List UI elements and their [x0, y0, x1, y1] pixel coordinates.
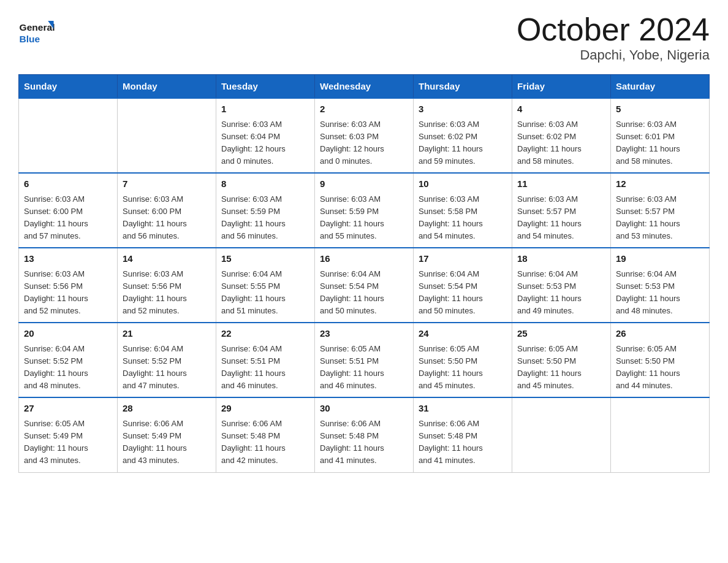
calendar-cell: 20Sunrise: 6:04 AMSunset: 5:52 PMDayligh… — [19, 323, 118, 397]
day-info: Sunrise: 6:04 AMSunset: 5:52 PMDaylight:… — [24, 343, 112, 393]
calendar-cell: 8Sunrise: 6:03 AMSunset: 5:59 PMDaylight… — [216, 173, 315, 248]
column-header-wednesday: Wednesday — [315, 75, 414, 99]
day-info: Sunrise: 6:03 AMSunset: 5:56 PMDaylight:… — [24, 268, 112, 318]
page-title: October 2024 — [517, 12, 710, 47]
calendar-cell: 12Sunrise: 6:03 AMSunset: 5:57 PMDayligh… — [611, 173, 710, 248]
day-info: Sunrise: 6:03 AMSunset: 5:59 PMDaylight:… — [320, 193, 408, 243]
calendar-cell: 13Sunrise: 6:03 AMSunset: 5:56 PMDayligh… — [19, 248, 118, 323]
day-number: 20 — [24, 327, 112, 341]
calendar-cell: 31Sunrise: 6:06 AMSunset: 5:48 PMDayligh… — [414, 397, 512, 472]
day-info: Sunrise: 6:03 AMSunset: 5:57 PMDaylight:… — [517, 193, 605, 243]
day-info: Sunrise: 6:03 AMSunset: 6:03 PMDaylight:… — [320, 118, 408, 168]
day-number: 13 — [24, 252, 112, 266]
day-number: 30 — [320, 402, 408, 416]
calendar-cell: 30Sunrise: 6:06 AMSunset: 5:48 PMDayligh… — [315, 397, 414, 472]
day-info: Sunrise: 6:03 AMSunset: 6:01 PMDaylight:… — [616, 118, 704, 168]
day-number: 19 — [616, 252, 704, 266]
day-number: 3 — [419, 102, 507, 117]
day-info: Sunrise: 6:03 AMSunset: 5:57 PMDaylight:… — [616, 193, 704, 243]
title-block: October 2024 Dapchi, Yobe, Nigeria — [517, 12, 710, 63]
day-info: Sunrise: 6:03 AMSunset: 6:00 PMDaylight:… — [24, 193, 112, 243]
day-info: Sunrise: 6:05 AMSunset: 5:51 PMDaylight:… — [320, 343, 408, 393]
day-number: 15 — [221, 252, 309, 266]
column-header-sunday: Sunday — [19, 75, 118, 99]
svg-text:Blue: Blue — [20, 34, 40, 44]
day-info: Sunrise: 6:06 AMSunset: 5:49 PMDaylight:… — [123, 418, 211, 467]
day-info: Sunrise: 6:03 AMSunset: 6:02 PMDaylight:… — [517, 118, 605, 168]
day-info: Sunrise: 6:03 AMSunset: 6:02 PMDaylight:… — [419, 118, 507, 168]
day-info: Sunrise: 6:04 AMSunset: 5:52 PMDaylight:… — [123, 343, 211, 393]
svg-text:General: General — [20, 22, 55, 33]
day-number: 7 — [123, 177, 211, 191]
calendar-cell: 2Sunrise: 6:03 AMSunset: 6:03 PMDaylight… — [315, 98, 414, 173]
column-header-tuesday: Tuesday — [216, 75, 315, 99]
calendar-cell: 5Sunrise: 6:03 AMSunset: 6:01 PMDaylight… — [611, 98, 710, 173]
calendar-cell: 14Sunrise: 6:03 AMSunset: 5:56 PMDayligh… — [118, 248, 216, 323]
day-number: 9 — [320, 177, 408, 191]
day-info: Sunrise: 6:05 AMSunset: 5:50 PMDaylight:… — [616, 343, 704, 393]
day-number: 25 — [517, 327, 605, 341]
calendar-cell: 18Sunrise: 6:04 AMSunset: 5:53 PMDayligh… — [512, 248, 611, 323]
calendar-cell: 17Sunrise: 6:04 AMSunset: 5:54 PMDayligh… — [414, 248, 512, 323]
logo: General Blue — [18, 12, 61, 50]
day-info: Sunrise: 6:05 AMSunset: 5:49 PMDaylight:… — [24, 418, 112, 467]
day-number: 28 — [123, 402, 211, 416]
calendar-week-2: 6Sunrise: 6:03 AMSunset: 6:00 PMDaylight… — [19, 173, 710, 248]
column-header-thursday: Thursday — [414, 75, 512, 99]
calendar-cell — [19, 98, 118, 173]
day-number: 31 — [419, 402, 507, 416]
calendar-table: SundayMondayTuesdayWednesdayThursdayFrid… — [18, 74, 710, 472]
calendar-week-5: 27Sunrise: 6:05 AMSunset: 5:49 PMDayligh… — [19, 397, 710, 472]
page-subtitle: Dapchi, Yobe, Nigeria — [517, 47, 710, 63]
day-number: 17 — [419, 252, 507, 266]
day-number: 6 — [24, 177, 112, 191]
day-number: 16 — [320, 252, 408, 266]
column-header-saturday: Saturday — [611, 75, 710, 99]
day-info: Sunrise: 6:05 AMSunset: 5:50 PMDaylight:… — [517, 343, 605, 393]
calendar-cell: 21Sunrise: 6:04 AMSunset: 5:52 PMDayligh… — [118, 323, 216, 397]
day-info: Sunrise: 6:04 AMSunset: 5:55 PMDaylight:… — [221, 268, 309, 318]
calendar-cell — [512, 397, 611, 472]
day-number: 21 — [123, 327, 211, 341]
day-info: Sunrise: 6:05 AMSunset: 5:50 PMDaylight:… — [419, 343, 507, 393]
day-number: 18 — [517, 252, 605, 266]
calendar-cell: 11Sunrise: 6:03 AMSunset: 5:57 PMDayligh… — [512, 173, 611, 248]
day-info: Sunrise: 6:06 AMSunset: 5:48 PMDaylight:… — [419, 418, 507, 467]
calendar-cell: 19Sunrise: 6:04 AMSunset: 5:53 PMDayligh… — [611, 248, 710, 323]
calendar-cell: 4Sunrise: 6:03 AMSunset: 6:02 PMDaylight… — [512, 98, 611, 173]
day-info: Sunrise: 6:04 AMSunset: 5:54 PMDaylight:… — [419, 268, 507, 318]
day-number: 10 — [419, 177, 507, 191]
calendar-cell: 3Sunrise: 6:03 AMSunset: 6:02 PMDaylight… — [414, 98, 512, 173]
day-info: Sunrise: 6:03 AMSunset: 5:59 PMDaylight:… — [221, 193, 309, 243]
calendar-cell: 25Sunrise: 6:05 AMSunset: 5:50 PMDayligh… — [512, 323, 611, 397]
day-number: 27 — [24, 402, 112, 416]
day-info: Sunrise: 6:03 AMSunset: 5:56 PMDaylight:… — [123, 268, 211, 318]
day-number: 5 — [616, 102, 704, 117]
calendar-cell — [611, 397, 710, 472]
day-number: 11 — [517, 177, 605, 191]
day-info: Sunrise: 6:03 AMSunset: 6:04 PMDaylight:… — [221, 118, 309, 168]
column-header-monday: Monday — [118, 75, 216, 99]
calendar-body: 1Sunrise: 6:03 AMSunset: 6:04 PMDaylight… — [19, 98, 710, 472]
calendar-week-1: 1Sunrise: 6:03 AMSunset: 6:04 PMDaylight… — [19, 98, 710, 173]
day-number: 29 — [221, 402, 309, 416]
calendar-week-4: 20Sunrise: 6:04 AMSunset: 5:52 PMDayligh… — [19, 323, 710, 397]
day-number: 1 — [221, 102, 309, 117]
calendar-cell: 24Sunrise: 6:05 AMSunset: 5:50 PMDayligh… — [414, 323, 512, 397]
calendar-cell: 26Sunrise: 6:05 AMSunset: 5:50 PMDayligh… — [611, 323, 710, 397]
calendar-cell: 23Sunrise: 6:05 AMSunset: 5:51 PMDayligh… — [315, 323, 414, 397]
calendar-cell: 7Sunrise: 6:03 AMSunset: 6:00 PMDaylight… — [118, 173, 216, 248]
day-info: Sunrise: 6:04 AMSunset: 5:53 PMDaylight:… — [616, 268, 704, 318]
calendar-cell: 28Sunrise: 6:06 AMSunset: 5:49 PMDayligh… — [118, 397, 216, 472]
day-info: Sunrise: 6:06 AMSunset: 5:48 PMDaylight:… — [320, 418, 408, 467]
logo-icon: General Blue — [18, 16, 61, 50]
calendar-cell: 9Sunrise: 6:03 AMSunset: 5:59 PMDaylight… — [315, 173, 414, 248]
day-number: 23 — [320, 327, 408, 341]
day-number: 24 — [419, 327, 507, 341]
calendar-cell: 15Sunrise: 6:04 AMSunset: 5:55 PMDayligh… — [216, 248, 315, 323]
day-info: Sunrise: 6:03 AMSunset: 5:58 PMDaylight:… — [419, 193, 507, 243]
day-info: Sunrise: 6:06 AMSunset: 5:48 PMDaylight:… — [221, 418, 309, 467]
calendar-cell: 16Sunrise: 6:04 AMSunset: 5:54 PMDayligh… — [315, 248, 414, 323]
day-number: 26 — [616, 327, 704, 341]
calendar-cell: 27Sunrise: 6:05 AMSunset: 5:49 PMDayligh… — [19, 397, 118, 472]
